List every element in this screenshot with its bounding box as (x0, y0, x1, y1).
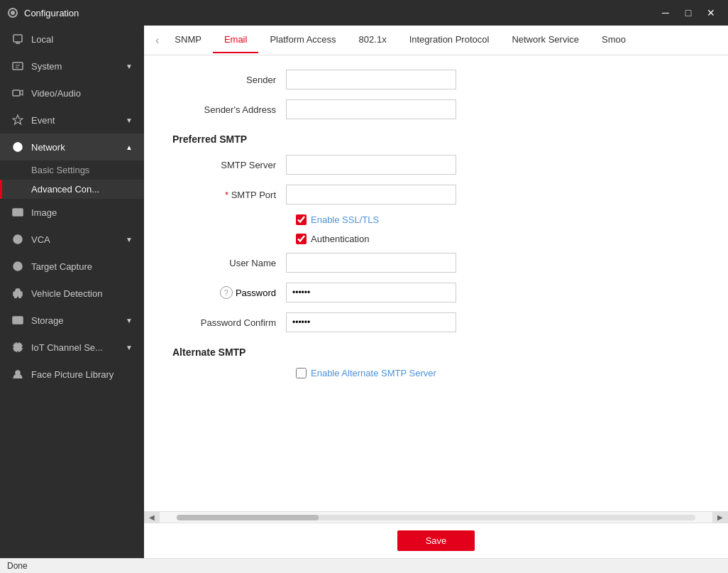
target-icon (11, 260, 24, 273)
scroll-left-button[interactable]: ◀ (144, 512, 160, 523)
tab-platform-access[interactable]: Platform Access (258, 27, 347, 53)
sidebar-item-face-label: Face Picture Library (31, 369, 114, 380)
smtp-port-label: SMTP Port (172, 190, 286, 200)
vehicle-icon (11, 287, 24, 300)
sidebar-item-face-picture[interactable]: Face Picture Library (0, 361, 144, 388)
network-chevron: ▲ (126, 143, 133, 151)
sender-address-input[interactable] (286, 99, 456, 119)
preferred-smtp-heading: Preferred SMTP (172, 133, 700, 145)
svg-point-9 (16, 264, 20, 268)
ssl-tls-checkbox[interactable] (296, 214, 307, 225)
system-chevron: ▼ (126, 62, 133, 70)
status-text: Done (7, 561, 28, 571)
sidebar-item-network-label: Network (31, 142, 65, 153)
close-button[interactable]: ✕ (701, 5, 721, 21)
svg-point-12 (19, 296, 21, 298)
smtp-server-input[interactable] (286, 155, 456, 175)
sidebar-item-image-label: Image (31, 207, 57, 218)
tab-prev-button[interactable]: ‹ (151, 34, 163, 47)
ssl-tls-label[interactable]: Enable SSL/TLS (311, 214, 379, 225)
iot-icon (11, 341, 24, 354)
enable-alternate-row: Enable Alternate SMTP Server (296, 368, 700, 378)
sender-address-row: Sender's Address (172, 99, 700, 119)
sidebar-item-network[interactable]: Network ▲ (0, 133, 144, 160)
authentication-label[interactable]: Authentication (311, 234, 369, 244)
password-help-icon[interactable]: ? (220, 286, 233, 299)
face-icon (11, 368, 24, 381)
sidebar-item-local-label: Local (31, 34, 53, 45)
password-confirm-input[interactable] (286, 312, 456, 332)
sidebar-item-target-capture[interactable]: Target Capture (0, 253, 144, 280)
password-confirm-row: Password Confirm (172, 312, 700, 332)
sidebar-item-target-label: Target Capture (31, 261, 92, 272)
tabs-bar: ‹ SNMP Email Platform Access 802.1x Inte… (144, 26, 728, 55)
content-area: ‹ SNMP Email Platform Access 802.1x Inte… (144, 26, 728, 558)
smtp-server-row: SMTP Server (172, 155, 700, 175)
tab-network-service[interactable]: Network Service (500, 27, 590, 53)
tab-smoo[interactable]: Smoo (590, 27, 637, 53)
sender-input[interactable] (286, 70, 456, 89)
tab-8021x[interactable]: 802.1x (348, 27, 398, 53)
titlebar-left: Configuration (7, 7, 79, 18)
tab-snmp[interactable]: SNMP (163, 27, 213, 53)
sidebar-sub-basic-settings[interactable]: Basic Settings (0, 160, 144, 180)
authentication-checkbox[interactable] (296, 234, 307, 244)
svg-point-11 (15, 296, 17, 298)
sidebar-item-system-label: System (31, 61, 62, 72)
smtp-port-input[interactable] (286, 185, 456, 204)
smtp-port-row: SMTP Port (172, 185, 700, 204)
enable-alternate-label[interactable]: Enable Alternate SMTP Server (311, 368, 436, 378)
sidebar-item-iot-label: IoT Channel Se... (31, 342, 103, 353)
sidebar-sub-advanced-con[interactable]: Advanced Con... (0, 180, 144, 199)
sidebar-item-vehicle-detection[interactable]: Vehicle Detection (0, 280, 144, 307)
scrollbar-thumb[interactable] (177, 515, 319, 520)
svg-rect-1 (13, 62, 23, 70)
sidebar-item-image[interactable]: Image (0, 199, 144, 226)
save-button[interactable]: Save (397, 530, 475, 551)
storage-icon (11, 314, 24, 327)
tab-integration-protocol[interactable]: Integration Protocol (398, 27, 501, 53)
password-label-wrapper: ? Password (172, 286, 286, 299)
scroll-right-button[interactable]: ▶ (712, 512, 728, 523)
minimize-button[interactable]: ─ (656, 5, 675, 21)
sidebar-item-storage[interactable]: Storage ▼ (0, 307, 144, 334)
titlebar: Configuration ─ □ ✕ (0, 0, 728, 26)
password-input[interactable] (286, 283, 456, 302)
password-label: Password (236, 288, 276, 298)
vca-chevron: ▼ (126, 236, 133, 244)
sidebar-item-iot[interactable]: IoT Channel Se... ▼ (0, 334, 144, 361)
image-icon (11, 206, 24, 219)
form-content: Sender Sender's Address Preferred SMTP S… (144, 55, 728, 511)
app-title: Configuration (24, 8, 79, 18)
username-input[interactable] (286, 253, 456, 273)
main-layout: Local System ▼ Video/Audio Event ▼ (0, 26, 728, 558)
storage-chevron: ▼ (126, 317, 133, 324)
iot-chevron: ▼ (126, 344, 133, 351)
network-icon (11, 141, 24, 153)
sidebar-item-storage-label: Storage (31, 315, 64, 326)
bottom-bar: Save (144, 523, 728, 558)
sidebar-item-vca[interactable]: VCA ▼ (0, 226, 144, 253)
sidebar-item-video-audio[interactable]: Video/Audio (0, 80, 144, 107)
sender-address-label: Sender's Address (172, 104, 286, 115)
sidebar-item-system[interactable]: System ▼ (0, 53, 144, 80)
video-icon (11, 87, 24, 99)
ssl-tls-row: Enable SSL/TLS (296, 214, 700, 225)
vca-icon (11, 233, 24, 246)
scrollbar-area: ◀ ▶ (144, 511, 728, 523)
system-icon (11, 60, 24, 72)
tab-email[interactable]: Email (213, 27, 259, 53)
sidebar-item-vehicle-label: Vehicle Detection (31, 288, 102, 299)
window-controls: ─ □ ✕ (656, 5, 721, 21)
smtp-server-label: SMTP Server (172, 160, 286, 170)
maximize-button[interactable]: □ (678, 5, 698, 21)
password-row: ? Password (172, 283, 700, 302)
sidebar-item-local[interactable]: Local (0, 26, 144, 53)
authentication-row: Authentication (296, 234, 700, 244)
enable-alternate-checkbox[interactable] (296, 368, 307, 378)
alternate-smtp-heading: Alternate SMTP (172, 346, 700, 358)
sidebar-item-event[interactable]: Event ▼ (0, 107, 144, 133)
sender-row: Sender (172, 70, 700, 89)
svg-rect-2 (13, 90, 20, 96)
sidebar-item-event-label: Event (31, 115, 55, 126)
